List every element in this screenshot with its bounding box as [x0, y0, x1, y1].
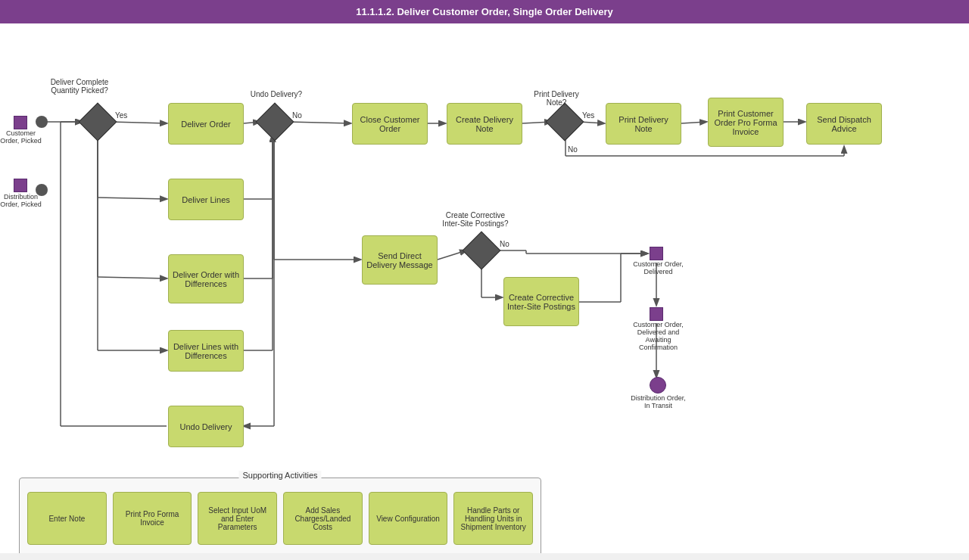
svg-line-6 [98, 277, 167, 278]
supporting-view-config: View Configuration [369, 492, 448, 545]
supporting-enter-note: Enter Note [27, 492, 107, 545]
label-customer-order-picked: Customer Order, Picked [0, 129, 42, 145]
undo-delivery-box: Undo Delivery [168, 406, 244, 447]
deliver-lines-diff-box: Deliver Lines with Differences [168, 330, 244, 372]
svg-text:Yes: Yes [115, 111, 127, 120]
label-deliver-complete: Deliver Complete Quantity Picked? [45, 78, 114, 95]
send-direct-delivery-box: Send Direct Delivery Message [362, 235, 438, 285]
print-pro-forma-box: Print Customer Order Pro Forma Invoice [708, 98, 784, 147]
print-delivery-note-box: Print Delivery Note [606, 103, 681, 145]
distribution-in-transit-box [650, 377, 666, 394]
customer-order-delivered-box [650, 247, 663, 260]
supporting-activities-title: Supporting Activities [238, 471, 321, 480]
deliver-order-box: Deliver Order [168, 103, 244, 145]
svg-line-26 [681, 122, 706, 123]
label-undo-delivery-q: Undo Delivery? [250, 90, 303, 98]
create-corrective-box: Create Corrective Inter-Site Postings [503, 277, 579, 326]
send-dispatch-box: Send Dispatch Advice [806, 103, 882, 145]
customer-order-del-await-box [650, 307, 663, 321]
svg-text:No: No [568, 145, 578, 154]
distribution-order-picked-box [14, 179, 27, 192]
svg-point-47 [36, 116, 48, 128]
diamond-deliver-complete [79, 103, 117, 142]
close-customer-order-box: Close Customer Order [352, 103, 428, 145]
svg-line-1 [111, 122, 167, 123]
svg-line-4 [98, 198, 167, 199]
label-create-corrective-q: Create Corrective Inter-Site Postings? [438, 211, 513, 228]
svg-text:Yes: Yes [582, 111, 594, 120]
diamond-print-delivery [546, 103, 584, 142]
supporting-select-input: Select Input UoM and Enter Parameters [198, 492, 277, 545]
svg-text:No: No [500, 240, 509, 248]
create-delivery-note-box: Create Delivery Note [447, 103, 522, 145]
deliver-order-diff-box: Deliver Order with Differences [168, 254, 244, 303]
page-title: 11.1.1.2. Deliver Customer Order, Single… [356, 6, 613, 17]
deliver-lines-box: Deliver Lines [168, 179, 244, 220]
diamond-create-corrective [463, 232, 501, 270]
label-customer-order-delivered: Customer Order, Delivered [630, 260, 687, 275]
label-print-delivery-q: Print Delivery Note? [526, 90, 587, 107]
diagram-area: Yes No Yes No [0, 23, 969, 553]
svg-line-30 [438, 250, 466, 260]
svg-text:No: No [292, 111, 302, 120]
svg-line-16 [288, 122, 351, 123]
diamond-undo-delivery [256, 103, 294, 142]
supporting-add-sales: Add Sales Charges/Landed Costs [283, 492, 363, 545]
label-customer-order-del-await: Customer Order, Delivered and Awaiting C… [630, 321, 687, 351]
supporting-activities-container: Supporting Activities Enter Note Print P… [19, 478, 541, 553]
title-bar: 11.1.1.2. Deliver Customer Order, Single… [0, 0, 969, 23]
label-distribution-order-picked: Distribution Order, Picked [0, 193, 42, 208]
supporting-handle-parts: Handle Parts or Handling Units in Shipme… [453, 492, 533, 545]
customer-order-picked-box [14, 116, 27, 129]
label-distribution-in-transit: Distribution Order, In Transit [630, 394, 687, 409]
supporting-print-pro-forma: Print Pro Forma Invoice [113, 492, 192, 545]
